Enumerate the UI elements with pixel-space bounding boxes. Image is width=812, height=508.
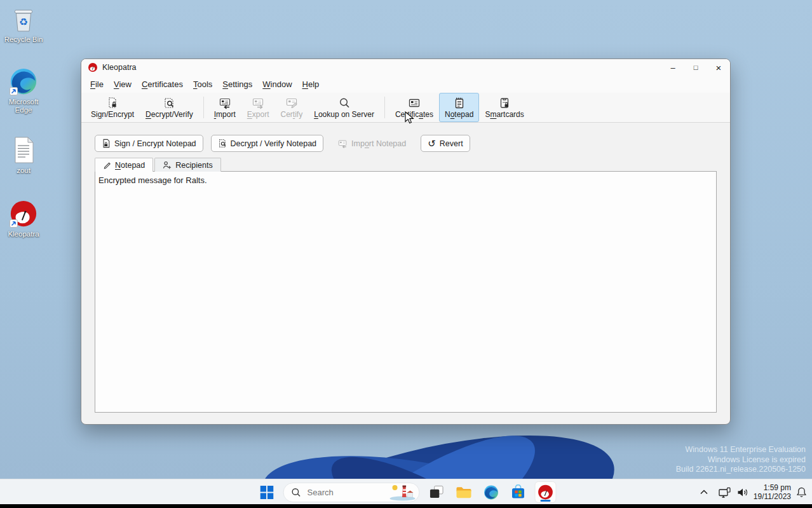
pencil-icon [103, 161, 111, 169]
menu-settings[interactable]: Settings [217, 77, 257, 92]
import-certificate-icon [219, 97, 231, 109]
sign-encrypt-icon [102, 139, 111, 148]
edge-icon [9, 67, 38, 96]
toolbar-sign-encrypt[interactable]: Sign/Encrypt [85, 93, 140, 122]
notepad-icon [453, 97, 466, 109]
taskbar-center-group [256, 479, 557, 505]
microsoft-store-button[interactable] [508, 481, 529, 503]
watermark-line: Windows 11 Enterprise Evaluation [676, 445, 806, 455]
notification-bell-icon[interactable] [796, 486, 807, 498]
kleopatra-icon [538, 484, 554, 500]
maximize-button[interactable]: □ [684, 59, 707, 76]
edge-icon [483, 484, 499, 500]
mouse-cursor [405, 111, 414, 125]
taskbar: 1:59 pm 19/11/2023 [0, 479, 812, 505]
toolbar-separator [203, 97, 204, 118]
menu-bar: File View Certificates Tools Settings Wi… [81, 76, 730, 93]
window-title: Kleopatra [102, 63, 137, 72]
add-recipient-icon [163, 161, 172, 170]
volume-icon[interactable] [737, 488, 748, 497]
kleopatra-taskbar-button[interactable] [535, 481, 557, 503]
clock-date: 19/11/2023 [754, 492, 791, 501]
tab-recipients[interactable]: Recipients [154, 158, 220, 172]
certify-icon [285, 97, 298, 109]
shortcut-arrow-icon [10, 87, 18, 95]
smartcards-icon [498, 97, 511, 109]
toolbar-smartcards[interactable]: Smartcards [479, 93, 529, 122]
search-spotlight-image[interactable] [388, 484, 417, 501]
notepad-tabs: Notepad Recipients [95, 158, 730, 172]
search-server-icon [338, 97, 351, 109]
start-button[interactable] [256, 481, 278, 503]
watermark-line: Build 22621.ni_release.220506-1250 [676, 465, 806, 475]
windows-evaluation-watermark: Windows 11 Enterprise Evaluation Windows… [676, 445, 806, 475]
close-button[interactable]: × [707, 59, 730, 76]
menu-tools[interactable]: Tools [188, 77, 217, 92]
menu-file[interactable]: File [85, 77, 109, 92]
file-explorer-button[interactable] [453, 481, 475, 503]
task-view-icon [429, 485, 443, 499]
notepad-action-row: Sign / Encrypt Notepad Decrypt / Verify … [95, 135, 730, 152]
search-icon [292, 488, 301, 497]
kleopatra-app-icon [88, 62, 98, 72]
taskbar-clock[interactable]: 1:59 pm 19/11/2023 [754, 483, 791, 501]
notepad-text-input[interactable]: Encrypted message for Ralts. [95, 172, 716, 412]
window-controls: – □ × [661, 59, 730, 76]
revert-button[interactable]: ↺ Revert [421, 135, 470, 152]
decrypt-verify-icon [218, 139, 227, 148]
certificates-icon [408, 97, 421, 109]
tray-chevron-up-icon[interactable] [700, 489, 708, 495]
revert-icon: ↺ [428, 139, 436, 148]
menu-view[interactable]: View [109, 77, 137, 92]
edge-taskbar-button[interactable] [480, 481, 502, 503]
desktop-icon-recycle-bin[interactable]: ♻ Recycle Bin [0, 4, 47, 44]
toolbar-notepad[interactable]: Notepad [439, 93, 479, 122]
notepad-editor: Encrypted message for Ralts. [95, 171, 717, 413]
desktop-icon-zout[interactable]: zout [0, 135, 47, 175]
decrypt-verify-icon [163, 97, 175, 109]
menu-certificates[interactable]: Certificates [137, 77, 188, 92]
sign-encrypt-icon [106, 97, 119, 109]
decrypt-verify-notepad-button[interactable]: Decrypt / Verify Notepad [211, 135, 324, 152]
toolbar-separator [384, 97, 385, 118]
windows-logo-icon [260, 486, 273, 499]
recycle-bin-icon: ♻ [9, 4, 38, 34]
import-notepad-icon [338, 139, 348, 148]
tab-notepad[interactable]: Notepad [95, 158, 153, 172]
import-notepad-button[interactable]: Import Notepad [331, 135, 413, 152]
kleopatra-icon [9, 199, 38, 228]
desktop-icon-label: Kleopatra [8, 230, 39, 238]
watermark-line: Windows License is expired [676, 455, 806, 465]
search-input[interactable] [306, 487, 382, 498]
svg-text:♻: ♻ [19, 16, 28, 28]
taskbar-search[interactable] [283, 483, 420, 502]
running-app-indicator [541, 500, 551, 502]
minimize-button[interactable]: – [661, 59, 684, 76]
desktop-icon-kleopatra[interactable]: Kleopatra [0, 199, 47, 238]
document-icon [9, 135, 38, 165]
toolbar-export[interactable]: Export [241, 93, 275, 122]
file-explorer-icon [456, 486, 471, 499]
screen-bottom-strip [0, 504, 812, 508]
shortcut-arrow-icon [10, 219, 18, 228]
toolbar-decrypt-verify[interactable]: Decrypt/Verify [140, 93, 199, 122]
microsoft-store-icon [511, 484, 526, 500]
menu-window[interactable]: Window [257, 77, 297, 92]
notepad-view: Sign / Encrypt Notepad Decrypt / Verify … [81, 135, 730, 413]
desktop-icon-label: zout [17, 167, 30, 175]
export-certificate-icon [252, 97, 264, 109]
title-bar[interactable]: Kleopatra – □ × [81, 59, 730, 76]
desktop-icon-microsoft-edge[interactable]: Microsoft Edge [0, 67, 47, 114]
desktop-icon-label: Recycle Bin [4, 36, 43, 44]
task-view-button[interactable] [426, 481, 447, 503]
toolbar-certify[interactable]: Certify [275, 93, 309, 122]
clock-time: 1:59 pm [754, 483, 791, 492]
toolbar-import[interactable]: Import [208, 93, 241, 122]
desktop: { "colors":{ "desktop_top":"#abc8e0","bl… [0, 0, 812, 508]
system-tray: 1:59 pm 19/11/2023 [700, 479, 807, 505]
sign-encrypt-notepad-button[interactable]: Sign / Encrypt Notepad [95, 135, 203, 152]
network-icon[interactable] [719, 487, 732, 498]
toolbar-lookup-on-server[interactable]: Lookup on Server [308, 93, 380, 122]
desktop-icon-label: Microsoft Edge [1, 98, 46, 114]
menu-help[interactable]: Help [297, 77, 325, 92]
